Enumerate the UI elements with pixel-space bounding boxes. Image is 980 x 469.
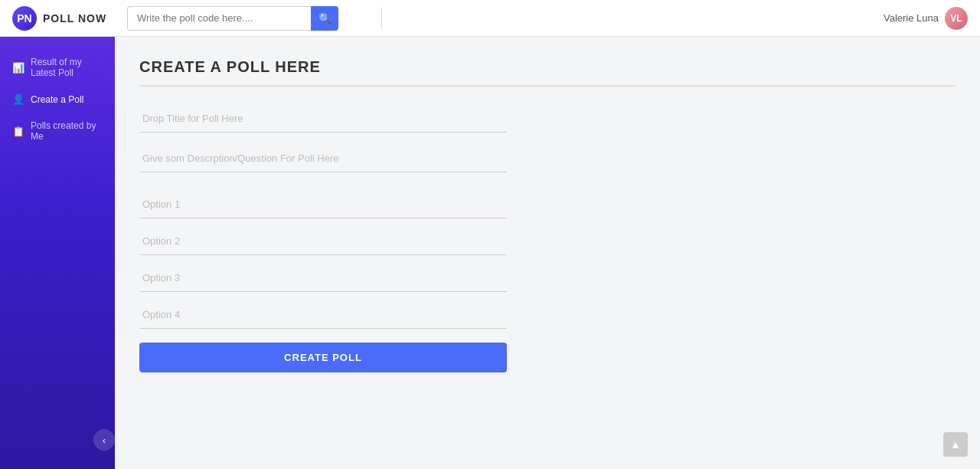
app-title: POLL NOW xyxy=(43,12,106,25)
option3-field xyxy=(139,264,507,292)
page-title: CREATE A POLL HERE xyxy=(139,58,956,87)
layout: 📊 Result of my Latest Poll 👤 Create a Po… xyxy=(0,37,980,469)
option3-input[interactable] xyxy=(139,264,507,292)
option4-field xyxy=(139,301,507,329)
navbar-divider xyxy=(381,7,382,30)
chevron-left-icon: ‹ xyxy=(103,435,106,446)
main-content: CREATE A POLL HERE xyxy=(115,37,980,469)
sidebar-label-create: Create a Poll xyxy=(31,94,83,105)
poll-title-input[interactable] xyxy=(139,105,507,133)
option1-input[interactable] xyxy=(139,191,507,218)
option2-field xyxy=(139,228,507,255)
search-icon: 🔍 xyxy=(318,12,332,25)
scroll-top-icon: ▲ xyxy=(950,438,961,451)
description-field xyxy=(139,145,507,179)
create-icon: 👤 xyxy=(12,93,24,105)
sidebar: 📊 Result of my Latest Poll 👤 Create a Po… xyxy=(0,37,115,469)
scroll-top-button[interactable]: ▲ xyxy=(943,432,968,457)
title-field xyxy=(139,105,507,133)
logo-text: PN xyxy=(17,12,31,25)
create-poll-button[interactable]: CREATE POLL xyxy=(139,343,507,372)
user-area: Valerie Luna VL xyxy=(884,7,968,30)
poll-description-input[interactable] xyxy=(139,145,507,172)
sidebar-item-create[interactable]: 👤 Create a Poll xyxy=(0,86,115,113)
brand: PN POLL NOW xyxy=(12,6,127,31)
option4-input[interactable] xyxy=(139,301,507,329)
avatar: VL xyxy=(945,7,968,30)
search-input[interactable] xyxy=(127,6,311,31)
option2-input[interactable] xyxy=(139,228,507,255)
sidebar-label-result: Result of my Latest Poll xyxy=(31,57,103,78)
sidebar-item-result[interactable]: 📊 Result of my Latest Poll xyxy=(0,49,115,86)
navbar: PN POLL NOW 🔍 Valerie Luna VL xyxy=(0,0,980,37)
option1-field xyxy=(139,191,507,218)
avatar-initials: VL xyxy=(950,13,962,24)
user-name: Valerie Luna xyxy=(884,12,939,24)
create-poll-form: CREATE POLL xyxy=(139,105,507,372)
sidebar-item-mypolls[interactable]: 📋 Polls created by Me xyxy=(0,113,115,149)
sidebar-collapse-button[interactable]: ‹ xyxy=(93,429,115,451)
search-form: 🔍 xyxy=(127,6,372,31)
sidebar-label-mypolls: Polls created by Me xyxy=(31,120,103,142)
search-button[interactable]: 🔍 xyxy=(311,6,338,31)
app-logo: PN xyxy=(12,6,37,31)
result-icon: 📊 xyxy=(12,62,24,74)
mypolls-icon: 📋 xyxy=(12,126,24,137)
